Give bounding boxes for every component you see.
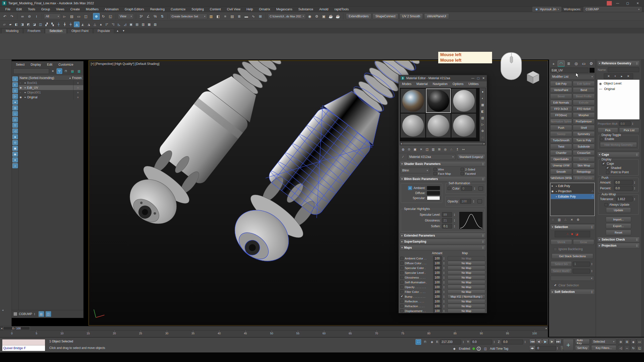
modeling-tool-icon[interactable]: ◩	[26, 22, 31, 27]
scene-explorer-menu[interactable]: Display	[28, 62, 44, 67]
map-amount-value[interactable]: 100	[433, 270, 442, 275]
command-panel-tab-icon[interactable]: ◠	[558, 61, 565, 67]
map-slot-button[interactable]: No Map	[448, 285, 485, 289]
modeling-tool-icon[interactable]: ◧	[14, 22, 19, 27]
tolerance-value[interactable]: 1.812	[616, 197, 633, 201]
modeling-tool-icon[interactable]: ◺	[116, 22, 122, 27]
custom-script-button[interactable]: ExtendBorders	[346, 13, 371, 19]
shader-flag-checkbox[interactable]: Wire	[433, 168, 458, 171]
subobject-level-icon[interactable]: ◪	[575, 232, 578, 236]
key-filters-button[interactable]: Key Filters...	[591, 345, 616, 351]
workspace-dropdown[interactable]: CGBUMP ▾	[584, 7, 641, 12]
viewport-nav-icon[interactable]: ⊞	[624, 339, 630, 345]
key-set-dropdown[interactable]: Selected▾	[591, 339, 616, 344]
reference-list-item[interactable]: ◉ Object Level:	[599, 81, 638, 86]
toolbar-icon[interactable]: ↷	[9, 13, 15, 20]
command-panel-tab-icon[interactable]: ◎	[573, 61, 580, 67]
percent-value[interactable]: 0.0	[614, 186, 633, 191]
sample-tool-icon[interactable]: ●	[480, 89, 486, 95]
clear-search-icon[interactable]: ✕	[50, 68, 56, 74]
action-button[interactable]: Export...	[606, 223, 631, 229]
map-slot-button[interactable]: No Map	[448, 270, 485, 275]
material-tool-icon[interactable]: ⊙	[406, 147, 412, 152]
map-slot-button[interactable]: No Map	[448, 309, 485, 313]
modifier-button[interactable]: VertexPaint	[550, 87, 572, 93]
rollout-extended-parameters[interactable]: ▸Extended Parameters⣿	[400, 233, 486, 238]
modeling-tool-icon[interactable]: ◨	[20, 22, 25, 27]
visibility-eye-icon[interactable]: ◉	[20, 96, 23, 99]
snap-toggle-icon[interactable]: %	[152, 13, 158, 20]
modeling-tool-icon[interactable]: ▤	[134, 22, 140, 27]
map-amount-value[interactable]: 100	[433, 299, 442, 304]
reference-tool-icon[interactable]: +	[613, 74, 618, 78]
material-sample-slot[interactable]	[451, 113, 476, 138]
modeling-tool-icon[interactable]: ◸	[104, 22, 110, 27]
collapsed-rollout[interactable]: ▸ Projection ⣿	[597, 243, 640, 248]
scene-object-row[interactable]: ◉ ● Original ∗	[19, 95, 83, 100]
display-filter-icon[interactable]: ◉	[12, 152, 18, 157]
shader-flag-checkbox[interactable]: Face Map	[433, 172, 458, 175]
reference-list-item[interactable]: — Original	[599, 86, 638, 92]
shrink-button[interactable]: Shrink	[551, 239, 572, 245]
expand-icon[interactable]: ▸	[556, 195, 557, 198]
stack-tool-icon[interactable]: ✕	[569, 217, 575, 222]
playback-button[interactable]: |▶	[549, 339, 555, 344]
menu-item[interactable]: Scripting	[189, 7, 207, 12]
z-coordinate-field[interactable]: 0.0	[502, 340, 523, 344]
lock-icon[interactable]: ⊓	[63, 68, 69, 74]
map-slot-button[interactable]: No Map	[448, 275, 485, 280]
action-button[interactable]: Reset	[606, 230, 631, 235]
modeling-tool-icon[interactable]: ▲	[98, 22, 104, 27]
selection-filter-dropdown[interactable]: All ▾	[44, 14, 61, 19]
clear-selection-checkbox[interactable]	[554, 284, 557, 287]
material-swatch[interactable]	[13, 312, 17, 316]
y-coordinate-field[interactable]: 0.0	[471, 340, 492, 344]
material-tool-icon[interactable]: ↥	[455, 147, 460, 152]
track-bar[interactable]: 0510152025303540455055606570758085909510…	[0, 330, 548, 337]
modeling-tool-icon[interactable]: △	[92, 22, 98, 27]
material-sample-slot[interactable]	[400, 88, 425, 113]
viewport-nav-icon[interactable]: ▭	[637, 339, 642, 345]
spinner-control[interactable]: ▴▾	[34, 312, 37, 315]
checkbox[interactable]	[461, 168, 464, 171]
project-path-dropdown[interactable]: C:\Users\UI...ds Max 2022 ▾	[268, 14, 306, 19]
map-slot-button[interactable]: No Map	[448, 256, 485, 260]
selection-dot-icon[interactable]: ●	[24, 86, 26, 89]
select-sg-button[interactable]: Select SG	[551, 261, 572, 267]
modifier-button[interactable]: OpenSubdiv	[550, 156, 572, 162]
ribbon-tab[interactable]: Selection	[45, 28, 66, 33]
menu-item[interactable]: rapidTools	[332, 7, 351, 12]
enable-checkbox[interactable]	[600, 138, 603, 141]
modifier-button[interactable]: Fillet/Chamfer	[573, 175, 595, 181]
display-filter-icon[interactable]: ◎	[12, 105, 18, 110]
menu-item[interactable]: Modifiers	[83, 7, 101, 12]
named-selection-dropdown[interactable]: ▾	[551, 276, 594, 281]
map-enable-checkbox[interactable]	[400, 266, 404, 269]
material-sample-slot[interactable]	[426, 88, 451, 113]
shield-icon[interactable]: ◆	[452, 346, 457, 351]
modeling-tool-icon[interactable]: ╋	[62, 22, 67, 27]
hide-working-geometry-button[interactable]: Hide Working Geometry	[600, 142, 637, 148]
modifier-button[interactable]: FFD 3x3x3	[550, 106, 572, 112]
toolbar-icon[interactable]: ≣	[236, 13, 243, 20]
modifier-stack-row[interactable]: ▸ Editable Poly ∴	[551, 194, 594, 199]
rollout-shader-basic[interactable]: ▾Shader Basic Parameters⣿	[400, 161, 486, 167]
map-amount-value[interactable]: 100	[433, 261, 442, 265]
map-slot-button[interactable]: No Map	[448, 299, 485, 303]
rollout-selection[interactable]: ▾Selection⣿	[550, 224, 595, 230]
close-icon[interactable]: ✕	[482, 76, 485, 80]
modifier-button[interactable]: ProOptimizer	[573, 119, 595, 124]
material-sample-slot[interactable]	[451, 88, 476, 113]
amount-value[interactable]: 0.0	[614, 180, 633, 185]
reference-tool-icon[interactable]: ▸	[620, 74, 624, 78]
time-forward-icon[interactable]: ▸	[546, 327, 547, 330]
ambient-color-swatch[interactable]	[427, 186, 440, 190]
sample-tool-icon[interactable]: ◐	[480, 96, 486, 101]
lock-ambient-diffuse-icon[interactable]: ∞	[408, 186, 412, 190]
modifier-button[interactable]: Retopology	[573, 169, 595, 174]
visibility-eye-icon[interactable]: ◉	[20, 86, 23, 89]
material-sample-slot[interactable]	[400, 113, 425, 138]
display-filter-icon[interactable]: ⌂	[12, 163, 18, 168]
checkbox[interactable]	[433, 172, 437, 175]
display-filter-icon[interactable]: △	[12, 117, 18, 122]
